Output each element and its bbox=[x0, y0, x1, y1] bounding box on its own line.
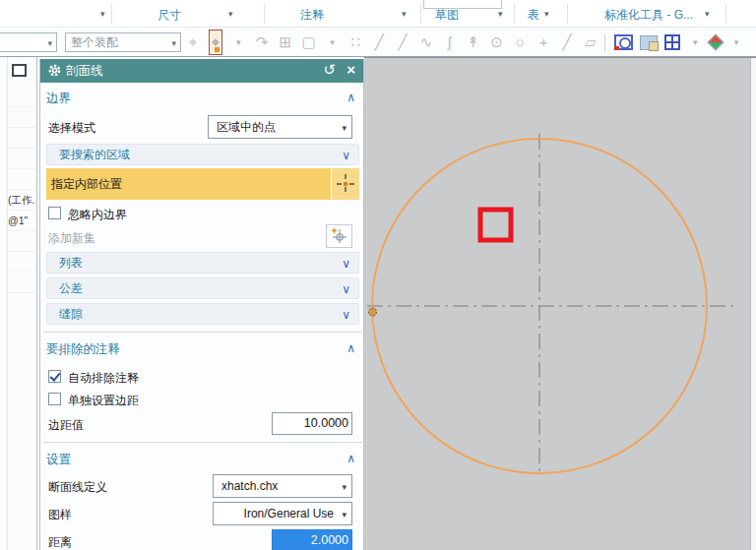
scope-combo[interactable]: 整个装配 ▾ bbox=[65, 32, 181, 52]
list-item[interactable] bbox=[8, 87, 36, 107]
expand-chevron-icon[interactable]: ∨ bbox=[342, 279, 350, 299]
distance-label: 距离 bbox=[48, 534, 72, 550]
tab-separator bbox=[111, 4, 112, 24]
tab-annotation[interactable]: 注释 bbox=[300, 7, 324, 24]
ribbon-tab-row: ▾ 尺寸 ▾ 注释 ▾ 草图 ▾ 表 ▾ 标准化工具 - G... ▾ bbox=[0, 0, 756, 28]
expand-chevron-icon[interactable]: ∨ bbox=[342, 305, 350, 325]
add-new-set-icon bbox=[331, 227, 348, 245]
stamp-icon[interactable]: ⊞ bbox=[278, 31, 293, 54]
expand-chevron-icon[interactable]: ∨ bbox=[342, 146, 350, 165]
margin-value-field[interactable]: 10.0000 bbox=[272, 412, 352, 435]
collapse-chevron-icon[interactable]: ∧ bbox=[346, 91, 355, 104]
group-gap[interactable]: 缝隙 ∨ bbox=[46, 303, 359, 325]
list-item[interactable] bbox=[8, 231, 36, 252]
pattern-label: 图样 bbox=[48, 507, 72, 523]
list-item[interactable] bbox=[8, 128, 36, 149]
section-settings-header[interactable]: 设置 ∧ bbox=[46, 452, 359, 471]
list-item[interactable]: @1" bbox=[8, 211, 36, 231]
section-boundary-header[interactable]: 边界 ∧ bbox=[46, 91, 359, 110]
list-item[interactable] bbox=[8, 149, 36, 169]
specify-location-row[interactable]: 指定内部位置 bbox=[46, 168, 359, 200]
drawing-canvas[interactable] bbox=[364, 57, 756, 550]
pattern-icon[interactable]: ∷ bbox=[347, 31, 363, 54]
group-region-title: 要搜索的区域 bbox=[59, 148, 130, 161]
tab-sketch[interactable]: 草图 bbox=[435, 7, 459, 24]
point-dialog-active-tool[interactable]: ⌖ bbox=[209, 30, 222, 55]
line2-icon[interactable]: ╱ bbox=[395, 31, 410, 54]
section-separator bbox=[43, 442, 362, 444]
group-region-to-search[interactable]: 要搜索的区域 ∨ bbox=[46, 144, 359, 165]
view-combo-caret-icon[interactable]: ▾ bbox=[47, 34, 52, 52]
toolbar-separator bbox=[604, 33, 605, 52]
snap-point-icon[interactable]: ⌖ bbox=[185, 31, 201, 54]
list-item[interactable] bbox=[8, 169, 36, 190]
tab-standardization-tools[interactable]: 标准化工具 - G... bbox=[604, 7, 693, 24]
tab-annotation-caret-icon[interactable]: ▾ bbox=[402, 9, 407, 19]
list-item[interactable] bbox=[8, 252, 36, 273]
group-list[interactable]: 列表 ∨ bbox=[46, 252, 359, 274]
list-item[interactable]: (工作. bbox=[8, 190, 36, 211]
scope-combo-caret-icon[interactable]: ▾ bbox=[171, 34, 176, 52]
window-restore-icon[interactable] bbox=[12, 64, 27, 77]
group-tolerance[interactable]: 公差 ∨ bbox=[46, 277, 359, 299]
section-exclude-header[interactable]: 要排除的注释 ∧ bbox=[46, 341, 359, 361]
tab-table[interactable]: 表 bbox=[528, 7, 539, 24]
list-item[interactable] bbox=[8, 107, 36, 128]
plus-icon[interactable]: + bbox=[536, 31, 551, 54]
specify-point-button[interactable] bbox=[331, 168, 359, 200]
individual-margin-label: 单独设置边距 bbox=[68, 393, 139, 409]
view-combo[interactable]: ▾ bbox=[0, 32, 57, 52]
tab-standardization-caret-icon[interactable]: ▾ bbox=[705, 9, 710, 19]
list-item[interactable] bbox=[8, 273, 36, 293]
tab-dimension-caret-icon[interactable]: ▾ bbox=[228, 9, 233, 19]
dialog-title-bar[interactable]: 剖面线 ↺ × bbox=[40, 59, 363, 83]
individual-margin-checkbox[interactable] bbox=[48, 393, 61, 405]
point-dialog-caret-icon[interactable]: ▾ bbox=[230, 31, 246, 54]
auto-exclude-checkbox[interactable] bbox=[48, 370, 61, 383]
circle-icon[interactable]: ○ bbox=[512, 31, 528, 54]
collapse-chevron-icon[interactable]: ∧ bbox=[346, 452, 355, 465]
selection-mode-label: 选择模式 bbox=[48, 120, 95, 137]
image-export-icon[interactable] bbox=[640, 35, 659, 50]
tab-sketch-caret-icon[interactable]: ▾ bbox=[498, 9, 503, 19]
hatch-definition-dropdown[interactable]: xhatch.chx ▾ bbox=[213, 474, 352, 498]
gear-icon bbox=[47, 63, 62, 78]
ribbon-overflow-caret-icon[interactable]: ▾ bbox=[100, 9, 105, 19]
tab-separator bbox=[420, 4, 421, 24]
curve-icon[interactable]: ∿ bbox=[418, 31, 434, 54]
axis-icon[interactable]: ↟ bbox=[466, 31, 481, 54]
tab-dimension[interactable]: 尺寸 bbox=[158, 7, 181, 24]
marquee-select-icon[interactable]: ▢ bbox=[301, 31, 317, 54]
distance-field[interactable]: 2.0000 bbox=[272, 529, 352, 550]
slash-icon[interactable]: ╱ bbox=[559, 31, 575, 54]
zoom-window-icon[interactable] bbox=[614, 34, 633, 50]
group-list-title: 列表 bbox=[59, 256, 83, 270]
left-panel-fragment: (工作. @1" bbox=[0, 57, 37, 550]
selection-mode-dropdown[interactable]: 区域中的点 ▾ bbox=[208, 115, 352, 139]
hatch-definition-label: 断面线定义 bbox=[48, 479, 107, 496]
group-gap-title: 缝隙 bbox=[59, 307, 83, 321]
ignore-inner-boundary-label: 忽略内边界 bbox=[68, 207, 127, 223]
grid-layout-caret-icon[interactable]: ▾ bbox=[687, 31, 703, 54]
rotate-icon[interactable]: ↷ bbox=[254, 31, 270, 54]
grid-layout-icon[interactable] bbox=[664, 34, 680, 50]
display-mode-caret-icon[interactable]: ▾ bbox=[728, 31, 744, 54]
section-exclude-title: 要排除的注释 bbox=[46, 342, 120, 356]
toolbar-row: ▾ 整个装配 ▾ ⌖ ⌖ ▾ ↷ ⊞ ▢ ▾ ∷ ╱ ╱ ∿ ʃ ↟ ⊙ ○ +… bbox=[0, 28, 756, 57]
tab-table-caret-icon[interactable]: ▾ bbox=[544, 9, 549, 19]
circle-center-icon[interactable]: ⊙ bbox=[488, 31, 504, 54]
ignore-inner-boundary-checkbox[interactable] bbox=[48, 207, 61, 219]
add-new-set-button[interactable] bbox=[326, 224, 352, 248]
marquee-caret-icon[interactable]: ▾ bbox=[325, 31, 341, 54]
expand-chevron-icon[interactable]: ∨ bbox=[342, 254, 350, 274]
reset-icon[interactable]: ↺ bbox=[323, 61, 336, 79]
sheet-icon[interactable]: ▱ bbox=[583, 31, 598, 54]
display-mode-icon[interactable] bbox=[708, 34, 724, 51]
pattern-caret-icon: ▾ bbox=[342, 504, 346, 525]
collapse-chevron-icon[interactable]: ∧ bbox=[346, 341, 355, 355]
pattern-dropdown[interactable]: Iron/General Use ▾ bbox=[213, 502, 352, 525]
line-icon[interactable]: ╱ bbox=[371, 31, 387, 54]
spline-icon[interactable]: ʃ bbox=[442, 31, 458, 54]
quadrant-point-marker bbox=[369, 308, 377, 316]
close-icon[interactable]: × bbox=[346, 61, 355, 78]
